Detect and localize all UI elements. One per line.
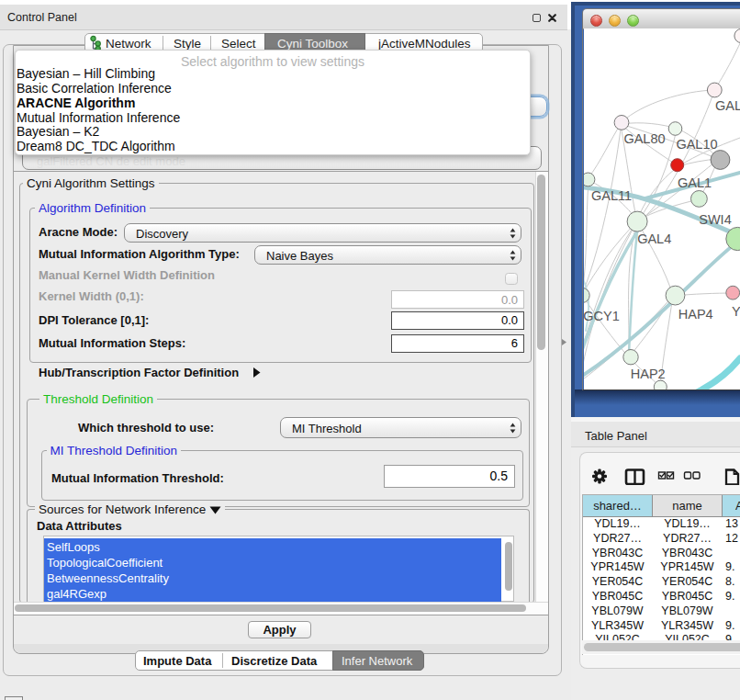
svg-text:GAL1: GAL1 bbox=[678, 175, 712, 190]
svg-text:GAL2: GAL2 bbox=[715, 98, 740, 113]
svg-text:YN: YN bbox=[732, 304, 740, 319]
svg-text:GAL11: GAL11 bbox=[591, 188, 632, 203]
svg-text:HAP4: HAP4 bbox=[678, 307, 713, 322]
svg-text:GAL4: GAL4 bbox=[637, 231, 671, 246]
svg-text:HAP2: HAP2 bbox=[631, 367, 666, 381]
svg-text:GCY1: GCY1 bbox=[584, 309, 620, 323]
svg-text:GAL80: GAL80 bbox=[623, 131, 665, 146]
svg-text:SWI4: SWI4 bbox=[699, 212, 731, 227]
svg-text:GAL10: GAL10 bbox=[676, 137, 717, 152]
